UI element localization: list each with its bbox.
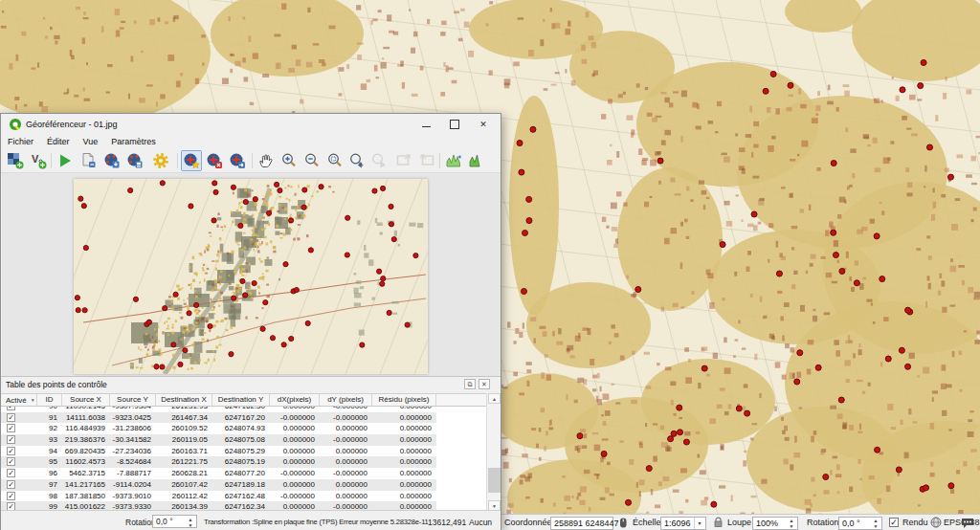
table-cell-dy: 6247167.20: [212, 412, 270, 424]
table-cell-chk: ✓: [1, 479, 37, 491]
zoom-in-button[interactable]: [278, 150, 300, 171]
menubar: Fichier Éditer Vue Paramètres: [1, 135, 501, 149]
table-cell-id: 96: [37, 468, 62, 479]
message-log-icon[interactable]: [961, 518, 974, 529]
rotation-spinbox[interactable]: 0,0 ° ▲▼: [152, 515, 197, 528]
magnifier-label: Loupe: [727, 518, 751, 527]
table-cell-sy: -27.234036: [110, 446, 156, 457]
menu-fichier[interactable]: Fichier: [1, 135, 40, 149]
column-header-dyp[interactable]: dY (pixels): [320, 394, 372, 406]
menu-parametres[interactable]: Paramètres: [104, 135, 163, 149]
table-cell-dx: 260163.71: [156, 446, 212, 457]
row-checkbox[interactable]: ✓: [7, 407, 15, 410]
table-cell-dyp: -0.000000: [320, 434, 372, 446]
row-checkbox[interactable]: ✓: [7, 447, 15, 455]
close-button[interactable]: [470, 114, 497, 134]
scale-combobox[interactable]: 1:6096 ▾: [660, 517, 706, 530]
globe-crs-icon[interactable]: [930, 517, 942, 528]
menu-editer[interactable]: Éditer: [40, 135, 77, 149]
save-gcp-points-button[interactable]: [124, 150, 145, 171]
zoom-next-button[interactable]: [368, 150, 390, 171]
zoom-last-button[interactable]: [346, 150, 368, 171]
lock-scale-icon[interactable]: [713, 517, 724, 528]
row-checkbox[interactable]: ✓: [7, 457, 15, 466]
column-header-dxp[interactable]: dX(pixels): [270, 394, 320, 406]
row-checkbox[interactable]: ✓: [7, 492, 15, 500]
table-row[interactable]: ✓92116.484939-31.238606260109.526248074.…: [1, 423, 436, 434]
table-vertical-scrollbar[interactable]: ▲ ▼: [486, 393, 501, 511]
open-raster-button[interactable]: [5, 150, 26, 171]
coordinate-input[interactable]: 258891 6248447: [550, 517, 613, 530]
column-header-id[interactable]: ID: [37, 394, 62, 406]
table-cell-chk: ✓: [1, 468, 37, 479]
load-gcp-points-button[interactable]: [101, 150, 122, 171]
minimize-button[interactable]: [412, 114, 439, 134]
column-header-dy[interactable]: Destination Y: [212, 394, 270, 406]
table-cell-sy: -9373.9010: [110, 491, 156, 502]
column-header-chk[interactable]: Activé▼: [1, 394, 37, 406]
table-cell-dyp: 0.000000: [320, 479, 372, 491]
rotation-spinbox[interactable]: 0,0 ° ▲▼: [838, 517, 882, 530]
column-header-sy[interactable]: Source Y: [110, 394, 156, 406]
spinner-arrows-icon[interactable]: ▲▼: [186, 517, 195, 528]
link-georeferencer-to-qgis-button[interactable]: [393, 150, 414, 171]
move-point-button[interactable]: [227, 150, 248, 171]
row-checkbox[interactable]: ✓: [7, 413, 15, 422]
transformation-settings-button[interactable]: [150, 150, 171, 171]
render-checkbox[interactable]: ✓: [889, 518, 899, 527]
table-cell-dxp: -0.000000: [270, 468, 320, 479]
table-row[interactable]: ✓9511602.4573-8.524684261221.756248075.1…: [1, 456, 436, 468]
table-cell-sx: 141.217165: [62, 479, 110, 491]
toolbar: V: [1, 149, 501, 173]
table-row[interactable]: ✓965462.3715-7.888717260628.216248077.20…: [1, 468, 436, 479]
table-cell-dy: 6248075.19: [212, 456, 270, 468]
zoom-extent-button[interactable]: [324, 150, 345, 171]
spinner-arrows-icon[interactable]: ▲▼: [787, 518, 796, 529]
raster-preview-image[interactable]: [74, 179, 428, 374]
column-header-dx[interactable]: Destination X: [156, 394, 212, 406]
table-cell-dx: 260109.52: [156, 423, 212, 434]
svg-text:V: V: [32, 153, 39, 165]
table-cell-id: 98: [37, 491, 62, 502]
column-header-sx[interactable]: Source X: [62, 394, 110, 406]
menu-vue[interactable]: Vue: [77, 135, 105, 149]
maximize-button[interactable]: [441, 114, 468, 134]
histogram-local-stretch-button[interactable]: [464, 150, 485, 171]
column-header-res[interactable]: Résidu (pixels): [372, 394, 436, 406]
spinner-arrows-icon[interactable]: ▲▼: [871, 518, 880, 529]
titlebar[interactable]: Géoréférenceur - 01.jpg: [1, 114, 501, 135]
link-qgis-to-georeferencer-button[interactable]: [416, 150, 437, 171]
scrollbar-up-icon[interactable]: ▲: [488, 393, 501, 404]
table-cell-id: 95: [37, 456, 62, 468]
histogram-full-stretch-button[interactable]: [443, 150, 464, 171]
scrollbar-thumb[interactable]: [488, 468, 501, 493]
table-row[interactable]: ✓9114111.6038-9323.0425261467.346247167.…: [1, 412, 436, 424]
table-row[interactable]: ✓93219.386376-30.341582260119.056248075.…: [1, 434, 436, 446]
residual-units-text: Aucun: [469, 518, 492, 527]
pan-tool-button[interactable]: [256, 150, 277, 171]
georeferencer-canvas[interactable]: [2, 173, 501, 376]
open-vector-button[interactable]: V: [28, 150, 49, 171]
zoom-out-button[interactable]: [301, 150, 323, 171]
table-cell-dxp: 0.000000: [270, 446, 320, 457]
gdal-script-button[interactable]: [78, 150, 99, 171]
row-checkbox[interactable]: ✓: [7, 469, 15, 477]
row-checkbox[interactable]: ✓: [7, 424, 15, 432]
table-cell-dx: 260107.42: [156, 479, 212, 491]
table-cell-sy: -7.888717: [110, 468, 156, 479]
magnifier-spinbox[interactable]: 100% ▲▼: [752, 517, 798, 530]
table-row[interactable]: ✓98187.381850-9373.9010260112.426247162.…: [1, 491, 436, 502]
table-cell-res: 0.000000: [372, 479, 436, 491]
dock-close-icon[interactable]: ✕: [479, 379, 490, 389]
row-checkbox[interactable]: ✓: [7, 435, 15, 444]
start-georeferencing-button[interactable]: [55, 150, 76, 171]
delete-point-button[interactable]: [204, 150, 225, 171]
mouse-position-toggle-icon[interactable]: [617, 517, 629, 529]
table-cell-sx: 11602.4573: [62, 456, 110, 468]
row-checkbox[interactable]: ✓: [7, 480, 15, 489]
table-row[interactable]: ✓97141.217165-9114.0204260107.426247189.…: [1, 479, 436, 491]
table-row[interactable]: ✓94669.820435-27.234036260163.716248075.…: [1, 446, 436, 457]
dock-float-icon[interactable]: ⧉: [464, 379, 476, 389]
add-point-button[interactable]: [181, 150, 202, 171]
chevron-down-icon[interactable]: ▾: [694, 518, 704, 529]
